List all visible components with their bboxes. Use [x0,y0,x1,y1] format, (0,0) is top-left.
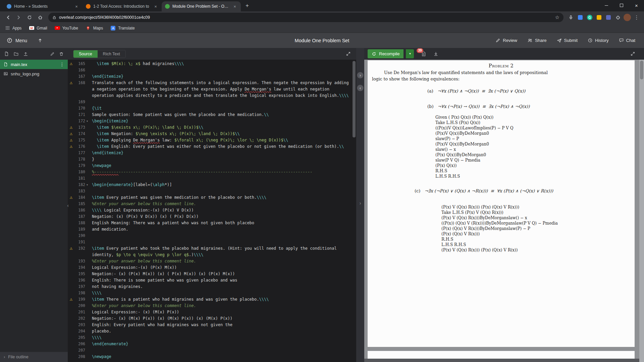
code-line[interactable]: ⚠199\item There is a patient who had mig… [68,296,356,303]
code-line[interactable]: 202Negation:- (x) (M(x) P(x)) (x) (M(x) … [68,315,356,322]
file-outline-bar[interactable]: › File outline [0,352,68,362]
code-line[interactable]: 204placebo. [68,328,356,335]
code-line[interactable]: 178} [68,156,356,163]
code-line[interactable]: ⚠176 \item English: Every patient was ei… [68,143,356,150]
back-button[interactable] [3,13,13,22]
code-line[interactable]: 183 [68,188,356,194]
forward-button[interactable] [14,13,23,22]
code-line[interactable]: 181 [68,175,356,182]
file-menu-icon[interactable]: ⋮ [60,62,64,67]
jump-to-pdf-button[interactable]: › [357,72,364,78]
editor-scrollbar[interactable] [353,61,356,137]
code-line[interactable]: ⚠184\item Every patient was given the me… [68,194,356,201]
mic-extension-icon[interactable] [567,13,575,21]
pane-divider[interactable]: › ‹ › [356,48,364,362]
code-line[interactable]: 195Negation:- (x) (P(x) M(x)) (x) ( P(x)… [68,271,356,277]
code-line[interactable]: 194Logical Expression:-(x) (P(x) M(x)) [68,264,356,271]
code-line[interactable]: 187Negation: (x) (P(x) V D(x)) (x) ( P(x… [68,214,356,220]
code-line[interactable]: ⚠173 \item $\exists x\; (P(x)\; \land \;… [68,124,356,131]
extension-icon-blue[interactable] [576,13,584,21]
code-line[interactable]: a negation operation to the beginning of… [68,86,356,93]
code-line[interactable]: 166 [68,67,356,73]
code-line[interactable]: 201Logical Expression:- (x) (M(x) P(x)) [68,309,356,315]
editor-fullscreen-button[interactable] [346,51,351,56]
pdf-vertical-scrollbar[interactable] [639,60,644,362]
code-line[interactable]: 206\end{enumerate} [68,341,356,347]
download-pdf-button[interactable] [431,50,440,58]
tab-close-icon[interactable]: × [232,4,237,9]
browser-tab[interactable]: Module One Problem Set - Onlin× [162,1,241,11]
extensions-menu-button[interactable] [614,13,622,21]
code-line[interactable]: identity, $p \to q \equiv \neg p \lor q$… [68,252,356,258]
code-line[interactable]: ⚠174 \item Negation: $\neg \exists x\; (… [68,131,356,137]
close-window-button[interactable]: × [629,0,644,11]
file-item-main-tex[interactable]: main.tex ⋮ [0,60,68,69]
code-line[interactable]: 167\end{itemize} [68,73,356,80]
back-to-projects-button[interactable] [34,33,46,48]
pdf-fullscreen-button[interactable] [630,51,635,56]
jump-to-code-button[interactable]: ‹ [357,85,364,91]
review-button[interactable]: Review [495,38,517,43]
code-line[interactable]: 182▾\begin{enumerate}[label=(\alph*)] [68,182,356,188]
bookmark-maps[interactable]: Maps [86,25,103,31]
scrollbar-thumb[interactable] [640,61,643,79]
code-editor[interactable]: ⚠165 \item $M(x): \; x$ had migraines\\\… [68,60,356,362]
new-folder-icon[interactable] [13,51,19,56]
chat-button[interactable]: Chat [619,38,635,43]
code-line[interactable]: 171Sample question: Some patient was giv… [68,112,356,118]
bookmark-youtube[interactable]: YouTube [55,25,78,31]
tab-close-icon[interactable]: × [74,4,79,9]
code-line[interactable]: ⚠175 \item Applying De Morgan's law: $\f… [68,137,356,143]
browser-tab[interactable]: 1-2 Tool Access: Introduction to× [83,1,162,11]
pdf-viewer[interactable]: Problem 2 Use De Morgan's law for quanti… [364,60,644,362]
extension-icon-indigo[interactable] [604,13,612,21]
rename-icon[interactable] [50,52,55,56]
code-line[interactable]: 169 [68,99,356,105]
code-line[interactable]: 188English Meaning: There was a patient … [68,220,356,226]
upload-file-icon[interactable] [23,51,28,56]
code-line[interactable]: 189and medication. [68,226,356,233]
bookmark-apps[interactable]: Apps [5,25,21,31]
code-line[interactable]: 190 [68,233,356,239]
code-line[interactable]: 208\newpage [68,354,356,360]
code-line[interactable]: 177\end{itemize} [68,150,356,156]
minimize-button[interactable] [599,0,614,11]
browser-tab[interactable]: Home - » Students× [3,1,83,11]
new-tab-button[interactable]: + [243,1,252,10]
pdf-horizontal-scrollbar[interactable] [364,359,639,362]
bookmark-star-icon[interactable]: ☆ [555,14,559,20]
tab-rich-text[interactable]: Rich Text [98,50,125,58]
collapse-editor-icon[interactable]: › [360,200,361,206]
code-line[interactable]: 196English: There is some patient who wa… [68,277,356,284]
code-line[interactable]: 186\\\\ Logical Expression:-(x) (P(x) V … [68,207,356,214]
tab-close-icon[interactable]: × [153,4,158,9]
url-bar[interactable]: overleaf.com/project/5f436f400b02f60001c… [48,13,564,22]
code-line[interactable]: ⚠192\item Every patient who took the pla… [68,245,356,252]
recompile-button[interactable]: Recompile [368,49,404,58]
code-line[interactable]: 191 [68,239,356,245]
code-line[interactable]: 203English: Every patient who had migrai… [68,322,356,328]
home-button[interactable] [36,13,45,22]
code-line[interactable]: ⚠165 \item $M(x): \; x$ had migraines\\\… [68,61,356,67]
code-line[interactable]: 180%------------------------------------… [68,169,356,175]
code-line[interactable]: 185%Enter your answer below this comment… [68,201,356,207]
chrome-menu-button[interactable]: ⋮ [633,13,641,21]
code-line[interactable]: 172▾\begin{itemize} [68,118,356,124]
extension-icon-yellow[interactable] [595,13,603,21]
submit-button[interactable]: Submit [557,38,578,43]
code-line[interactable]: 170{\it [68,105,356,112]
reload-button[interactable] [25,13,34,22]
history-button[interactable]: History [588,38,608,43]
bookmark-gmail[interactable]: M Gmail [29,25,47,31]
code-line[interactable]: 207 [68,347,356,354]
logs-button[interactable]: 39 [419,50,428,58]
code-line[interactable]: 197not having migraines. [68,284,356,290]
code-line[interactable]: 193%Enter your answer below this comment… [68,258,356,264]
tab-source[interactable]: Source [73,50,98,58]
new-file-icon[interactable] [4,51,9,56]
code-line[interactable]: 198\\\\ [68,290,356,296]
collapse-file-tree-icon[interactable]: ‹ [67,203,69,208]
code-line[interactable]: 179\newpage [68,163,356,169]
profile-avatar[interactable] [623,13,631,21]
code-line[interactable]: 205\\\\ [68,335,356,341]
